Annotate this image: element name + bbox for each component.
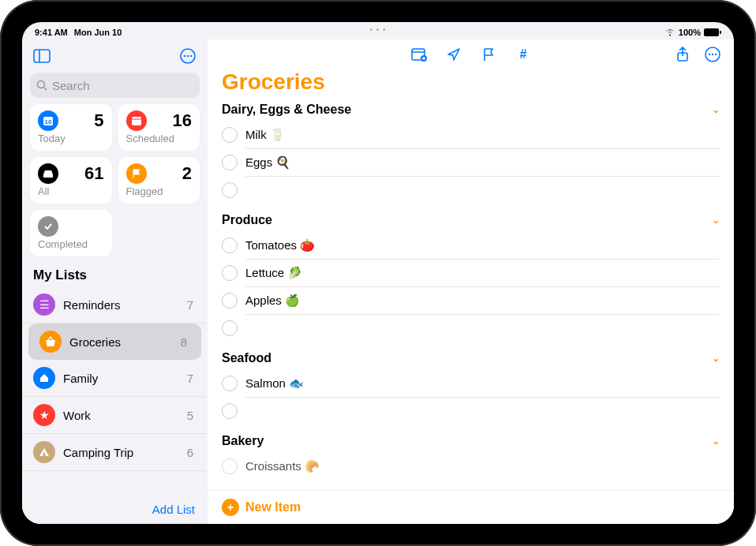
reminders-body: Groceries Dairy, Eggs & Cheese ⌄ Milk 🥛	[208, 66, 734, 490]
svg-text:#: #	[519, 47, 526, 61]
list-row-camping[interactable]: Camping Trip 6	[22, 434, 208, 471]
complete-toggle[interactable]	[222, 376, 238, 391]
list-name: Groceries	[69, 335, 173, 349]
list-row-work[interactable]: ★ Work 5	[22, 397, 208, 434]
item-title: Salmon 🐟	[245, 376, 720, 391]
list-count: 8	[181, 335, 187, 349]
reminder-empty-row[interactable]	[222, 177, 720, 204]
section-header[interactable]: Bakery ⌄	[222, 434, 720, 448]
chevron-down-icon: ⌄	[712, 215, 720, 226]
section-dairy: Dairy, Eggs & Cheese ⌄ Milk 🥛 Eggs 🍳	[222, 103, 720, 204]
list-title: Groceries	[222, 69, 720, 95]
search-field[interactable]	[30, 73, 200, 98]
svg-point-5	[184, 55, 185, 57]
location-button[interactable]	[445, 46, 462, 63]
multitask-dots[interactable]: • • •	[369, 25, 386, 34]
complete-toggle[interactable]	[222, 320, 238, 336]
sidebar-more-button[interactable]	[178, 46, 198, 66]
list-bullet-icon: ☰	[33, 294, 55, 316]
chevron-down-icon: ⌄	[712, 353, 720, 364]
section-title-text: Dairy, Eggs & Cheese	[222, 103, 351, 117]
list-count: 7	[187, 298, 193, 312]
reminder-item[interactable]: Tomatoes 🍅	[222, 232, 720, 259]
item-title: Croissants 🥐	[245, 459, 720, 473]
battery-icon	[704, 28, 721, 36]
section-title-text: Seafood	[222, 351, 271, 365]
complete-toggle[interactable]	[222, 403, 238, 419]
flagged-label: Flagged	[126, 185, 193, 197]
main-panel: # Groceries	[208, 39, 734, 524]
section-produce: Produce ⌄ Tomatoes 🍅 Lettuce 🥬	[222, 213, 720, 342]
complete-toggle[interactable]	[222, 237, 238, 253]
reminder-item[interactable]: Salmon 🐟	[222, 370, 720, 397]
battery-text: 100%	[679, 28, 701, 37]
search-icon	[36, 80, 47, 91]
section-title-text: Produce	[222, 213, 272, 227]
item-title: Apples 🍏	[245, 294, 720, 308]
wifi-icon	[664, 28, 676, 36]
list-row-reminders[interactable]: ☰ Reminders 7	[22, 286, 208, 323]
scheduled-count: 16	[173, 110, 192, 131]
smart-card-completed[interactable]: Completed	[30, 210, 112, 256]
svg-point-23	[712, 54, 713, 55]
list-name: Work	[63, 409, 179, 422]
reminder-empty-row[interactable]	[222, 398, 720, 424]
reminder-empty-row[interactable]	[222, 315, 720, 342]
my-lists-header: My Lists	[22, 263, 208, 286]
smart-card-flagged[interactable]: 2 Flagged	[118, 157, 200, 204]
new-item-button[interactable]: + New Item	[208, 490, 734, 524]
more-button[interactable]	[704, 46, 721, 63]
section-header[interactable]: Produce ⌄	[222, 213, 720, 227]
today-label: Today	[38, 133, 104, 144]
ipad-frame: • • • 9:41 AM Mon Jun 10 100%	[0, 0, 756, 546]
section-header[interactable]: Seafood ⌄	[222, 351, 720, 365]
complete-toggle[interactable]	[222, 293, 238, 309]
smart-card-scheduled[interactable]: 16 Scheduled	[118, 104, 200, 151]
completed-label: Completed	[38, 238, 104, 250]
smart-list-cards: 10 5 Today 16 Scheduled	[22, 104, 208, 263]
list-count: 6	[187, 446, 193, 459]
all-count: 61	[84, 163, 103, 184]
toggle-sidebar-button[interactable]	[32, 46, 52, 66]
list-name: Camping Trip	[63, 446, 179, 459]
smart-card-all[interactable]: 61 All	[30, 157, 112, 204]
new-item-label: New Item	[245, 500, 301, 514]
flagged-count: 2	[182, 163, 192, 184]
screen: 9:41 AM Mon Jun 10 100%	[22, 22, 734, 524]
tent-icon	[33, 441, 55, 463]
svg-rect-0	[704, 28, 719, 36]
add-list-button[interactable]: Add List	[22, 495, 208, 524]
section-title-text: Bakery	[222, 434, 264, 448]
new-reminder-with-date-button[interactable]	[410, 46, 428, 63]
status-date: Mon Jun 10	[74, 28, 122, 37]
complete-toggle[interactable]	[222, 127, 238, 143]
main-toolbar: #	[208, 39, 734, 66]
svg-line-9	[44, 88, 47, 90]
reminder-item[interactable]: Apples 🍏	[222, 287, 720, 314]
complete-toggle[interactable]	[222, 265, 238, 281]
flag-button[interactable]	[480, 46, 497, 63]
reminder-item[interactable]: Croissants 🥐	[222, 453, 720, 480]
content: 10 5 Today 16 Scheduled	[22, 39, 734, 524]
list-row-family[interactable]: Family 7	[22, 360, 208, 397]
list-row-groceries[interactable]: Groceries 8	[28, 323, 201, 360]
reminder-item[interactable]: Milk 🥛	[222, 122, 720, 148]
item-title: Milk 🥛	[245, 128, 720, 142]
chevron-down-icon: ⌄	[712, 436, 720, 447]
section-header[interactable]: Dairy, Eggs & Cheese ⌄	[222, 103, 720, 117]
share-button[interactable]	[674, 46, 691, 63]
calendar-icon	[126, 110, 147, 131]
svg-rect-1	[720, 31, 721, 34]
complete-toggle[interactable]	[222, 155, 238, 170]
complete-toggle[interactable]	[222, 458, 238, 474]
section-seafood: Seafood ⌄ Salmon 🐟	[222, 351, 720, 424]
calendar-today-icon: 10	[38, 110, 58, 131]
tag-button[interactable]: #	[515, 46, 532, 63]
search-input[interactable]	[52, 79, 202, 92]
svg-point-7	[190, 55, 192, 57]
smart-card-today[interactable]: 10 5 Today	[30, 104, 112, 151]
reminder-item[interactable]: Eggs 🍳	[222, 149, 720, 176]
complete-toggle[interactable]	[222, 182, 238, 198]
home-icon	[33, 367, 55, 389]
reminder-item[interactable]: Lettuce 🥬	[222, 260, 720, 286]
